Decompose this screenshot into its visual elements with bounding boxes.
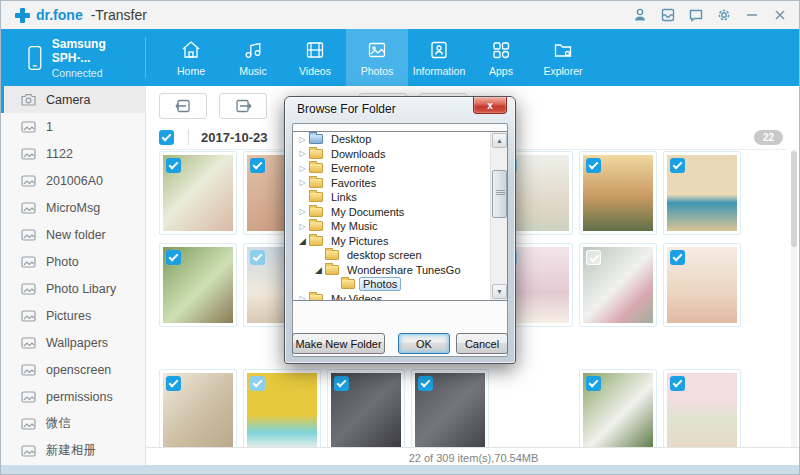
sidebar-item-label: Pictures [46,309,91,323]
photo-table-setting[interactable] [159,369,237,453]
tab-home[interactable]: Home [160,29,222,86]
sidebar-item-1[interactable]: 1 [1,113,145,140]
expander-icon[interactable]: ▷ [297,222,308,231]
tab-explorer[interactable]: Explorer [532,29,594,86]
minimize-icon[interactable] [742,6,761,25]
photo-checkbox[interactable] [670,376,685,391]
expander-icon[interactable]: ◢ [297,236,308,246]
photo-checkbox[interactable] [586,158,601,173]
expander-icon[interactable]: ◢ [313,265,324,275]
tree-item-links[interactable]: Links [293,190,507,205]
sidebar-item-photo[interactable]: Photo [1,248,145,275]
sidebar-item-openscreen[interactable]: openscreen [1,356,145,383]
photo-lemon-bowl[interactable] [243,369,321,453]
settings-icon[interactable] [714,6,733,25]
cancel-button[interactable]: Cancel [456,333,508,354]
import-button[interactable] [159,93,207,119]
album-icon [21,418,36,430]
tree-scrollbar-thumb[interactable] [492,170,507,218]
photo-checkbox[interactable] [418,376,433,391]
photo-checkbox[interactable] [250,376,265,391]
tree-item-photos[interactable]: Photos [293,277,507,292]
scroll-down-icon[interactable]: ▼ [492,284,507,299]
close-icon[interactable] [770,6,789,25]
home-icon [180,39,202,61]
expander-icon[interactable]: ▷ [297,178,308,187]
scroll-up-icon[interactable]: ▲ [492,133,507,148]
photo-checkbox[interactable] [166,158,181,173]
folder-icon [325,265,339,275]
photo-bride-bouquet[interactable] [159,151,237,235]
photo-forest-bride[interactable] [159,243,237,327]
content-scrollbar[interactable] [791,149,797,475]
photo-checkbox[interactable] [334,376,349,391]
sidebar-item-photo-libary[interactable]: Photo Libary [1,275,145,302]
photo-checkbox[interactable] [250,158,265,173]
photo-confetti-dance-2[interactable] [411,369,489,453]
photo-checkbox[interactable] [166,376,181,391]
tree-item-my-videos[interactable]: ▷My Videos [293,292,507,302]
tab-videos[interactable]: Videos [284,29,346,86]
sidebar-item-label: Camera [46,93,90,107]
tree-item-my-documents[interactable]: ▷My Documents [293,205,507,220]
photo-beach-skater[interactable] [663,151,741,235]
tree-item-wondershare-tunesgo[interactable]: ◢Wondershare TunesGo [293,263,507,278]
expander-icon[interactable]: ▷ [297,207,308,216]
feedback-icon[interactable] [686,6,705,25]
tab-music[interactable]: Music [222,29,284,86]
tree-item-my-music[interactable]: ▷My Music [293,219,507,234]
expander-icon[interactable]: ▷ [297,149,308,158]
account-icon[interactable] [630,6,649,25]
sidebar-item-wallpapers[interactable]: Wallpapers [1,329,145,356]
sidebar-item-micromsg[interactable]: MicroMsg [1,194,145,221]
device-box-icon[interactable] [658,6,677,25]
folder-icon [341,279,355,289]
sidebar-item-camera[interactable]: Camera [1,86,145,113]
tree-item-label: Favorites [327,176,380,190]
photo-checkbox[interactable] [586,250,601,265]
scrollbar-thumb[interactable] [791,151,797,247]
tree-item-favorites[interactable]: ▷Favorites [293,176,507,191]
sidebar-item-new-album[interactable]: 新建相册 [1,437,145,464]
photo-mountain-couple[interactable] [579,151,657,235]
sidebar-item-pictures[interactable]: Pictures [1,302,145,329]
tree-item-desktop[interactable]: ▷Desktop [293,132,507,147]
app-logo: dr.fone -Transfer [1,7,147,23]
tree-item-downloads[interactable]: ▷Downloads [293,147,507,162]
photo-checkbox[interactable] [670,250,685,265]
sidebar-item-1122[interactable]: 1122 [1,140,145,167]
ok-button[interactable]: OK [398,333,450,354]
date-group-checkbox[interactable] [159,130,174,145]
tab-photos[interactable]: Photos [346,29,408,86]
tab-apps[interactable]: Apps [470,29,532,86]
photo-bouquet-couple[interactable] [579,243,657,327]
count-badge: 22 [754,130,783,145]
tree-item-desktop-screen[interactable]: desktop screen [293,248,507,263]
sidebar-item-new-folder[interactable]: New folder [1,221,145,248]
photo-field-couple[interactable] [579,369,657,453]
export-button[interactable] [219,93,267,119]
photo-checkbox[interactable] [670,158,685,173]
photo-balloon-bridesmaids[interactable] [663,369,741,453]
tab-information[interactable]: Information [408,29,470,86]
sidebar-item-label: 新建相册 [46,442,96,459]
photo-checkbox[interactable] [586,376,601,391]
expander-icon[interactable]: ▷ [297,164,308,173]
tree-scrollbar[interactable]: ▲ ▼ [490,132,507,300]
dialog-close-button[interactable]: x [473,97,507,114]
photo-ring-hands[interactable] [663,243,741,327]
expander-icon[interactable]: ▷ [297,135,308,144]
photo-confetti-dance-1[interactable] [327,369,405,453]
sidebar-item-201006a0[interactable]: 201006A0 [1,167,145,194]
explorer-icon [552,39,574,61]
sidebar-item-weixin[interactable]: 微信 [1,410,145,437]
tree-item-evernote[interactable]: ▷Evernote [293,161,507,176]
tree-item-my-pictures[interactable]: ◢My Pictures [293,234,507,249]
photo-checkbox[interactable] [166,250,181,265]
sidebar-item-permissions[interactable]: permissions [1,383,145,410]
make-new-folder-button[interactable]: Make New Folder [292,333,385,354]
photo-checkbox[interactable] [250,250,265,265]
music-icon [242,39,264,61]
expander-icon[interactable]: ▷ [297,294,308,301]
device-info: Samsung SPH-... Connected [1,29,146,86]
